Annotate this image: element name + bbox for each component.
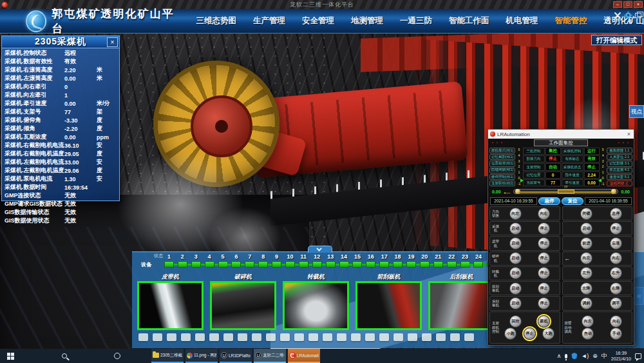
unit-status-block[interactable] (312, 261, 322, 268)
control-button[interactable]: 启动 (580, 222, 592, 235)
control-button[interactable]: 左升 (580, 267, 592, 279)
unit-status-block[interactable] (218, 261, 228, 268)
control-button[interactable]: 总停 (610, 208, 622, 220)
mode-button[interactable]: 记忆割煤 3.1 (607, 161, 632, 166)
control-button[interactable]: 手动 (610, 328, 622, 340)
control-button[interactable]: 停止 (538, 282, 550, 295)
unit-status-block[interactable] (406, 261, 416, 268)
mode-button[interactable]: 速度设定 5.1 (607, 174, 632, 180)
unit-status-block[interactable] (339, 261, 349, 268)
network-globe-icon[interactable]: ⊕ (592, 353, 598, 359)
ime-indicator[interactable]: 中 (601, 352, 607, 360)
unit-status-block[interactable] (191, 261, 201, 268)
control-button[interactable]: 左降 (580, 282, 592, 295)
restore-layout-icon[interactable] (635, 13, 641, 18)
unit-status-block[interactable] (447, 261, 457, 268)
speaker-icon[interactable]: ◄) (581, 353, 589, 359)
unit-status-block[interactable] (205, 261, 214, 268)
unit-status-block[interactable] (326, 261, 336, 268)
control-button[interactable]: 停止 (538, 267, 550, 279)
camera-thumbnail[interactable] (210, 281, 276, 330)
unit-status-block[interactable] (245, 261, 254, 268)
gear-icon[interactable] (624, 11, 632, 19)
control-button[interactable]: 停止 (610, 222, 622, 235)
control-button[interactable]: 启动 (509, 282, 522, 295)
panel-close-icon[interactable]: × (107, 37, 118, 47)
minimize-button[interactable]: – (613, 1, 622, 8)
control-button[interactable]: 停止 (524, 328, 536, 340)
camera-thumbnail[interactable] (428, 281, 495, 330)
menu-item[interactable]: 安全管理 (302, 15, 334, 26)
control-button[interactable]: 小跑 (504, 328, 516, 340)
control-button[interactable]: 调平 (610, 297, 622, 309)
control-button[interactable]: 调斜 (580, 297, 592, 309)
menu-item[interactable]: 三维态势图 (196, 15, 237, 26)
control-button[interactable]: 启动 (509, 267, 522, 279)
mode-button[interactable]: 俯仰控制(组1) (489, 174, 515, 180)
camera-thumbnail[interactable] (137, 281, 204, 330)
unit-status-block[interactable] (299, 261, 308, 268)
control-button[interactable]: 停止 (538, 222, 550, 235)
slider-carriage[interactable] (558, 190, 574, 193)
taskbar-app-button[interactable]: 2305三维截图 (151, 349, 184, 363)
control-button[interactable]: 停止 (538, 297, 550, 309)
control-button[interactable]: 向左 (580, 252, 592, 264)
mode-button[interactable]: 姿态监测 4.1 (607, 168, 632, 173)
workface-control-tab[interactable]: 工作面集控 (534, 139, 588, 146)
control-button[interactable]: 启动 (509, 237, 522, 250)
unit-status-block[interactable] (379, 261, 389, 268)
control-button[interactable]: 回控 (509, 315, 522, 328)
open-edit-mode-button[interactable]: 打开编辑模式 (591, 35, 642, 45)
unit-status-block[interactable] (460, 261, 470, 268)
taskbar-app-button[interactable]: U LR3DPlatform - U... (220, 349, 252, 363)
menu-item[interactable]: 生产管理 (253, 15, 285, 26)
position-slider[interactable]: 77 (513, 189, 619, 194)
cortana-button[interactable] (109, 349, 125, 363)
taskbar-app-button[interactable]: LRAutomation (288, 349, 320, 363)
unit-status-block[interactable] (366, 261, 375, 268)
emergency-stop-button[interactable]: 急停 (538, 197, 560, 205)
control-button[interactable]: 停止 (538, 252, 550, 264)
control-button[interactable]: 跟机 (538, 315, 550, 328)
notification-center-icon[interactable] (635, 353, 641, 359)
search-button[interactable] (57, 349, 72, 363)
strip-collapse-tab[interactable] (308, 246, 332, 253)
control-button[interactable]: 大跑 (542, 328, 554, 340)
slider-knob[interactable] (515, 189, 520, 194)
unit-status-block[interactable] (420, 261, 430, 268)
control-button[interactable]: 向右 (538, 208, 550, 220)
mode-button[interactable]: 支架联动(组2) (489, 181, 515, 186)
mode-button[interactable]: 防碰闭锁(组1) (489, 168, 515, 173)
menu-item[interactable]: 智能工作面 (449, 15, 489, 26)
menu-item[interactable]: 智能管控 (555, 15, 587, 26)
maximize-button[interactable]: □ (623, 1, 632, 8)
unit-status-block[interactable] (433, 261, 443, 268)
security-shield-icon[interactable] (571, 353, 577, 359)
control-button[interactable]: 向左 (582, 315, 594, 328)
control-button[interactable]: 后退 (610, 237, 622, 250)
start-button[interactable] (3, 349, 18, 363)
tools-icon[interactable] (614, 12, 621, 19)
control-button[interactable]: 启动 (509, 297, 522, 309)
unit-status-block[interactable] (164, 261, 174, 268)
control-button[interactable]: 停止 (538, 237, 550, 250)
close-button[interactable]: × (634, 1, 643, 8)
taskbar-app-button[interactable]: U 龙软二三维一体化... (254, 349, 286, 363)
reset-button[interactable]: 复位 (562, 197, 583, 205)
clock[interactable]: 16:39 2021/4/10 (611, 350, 631, 362)
control-button[interactable]: 向右 (610, 252, 622, 264)
mode-button[interactable]: 远程闭锁 止 (607, 181, 632, 186)
lrautomation-close-icon[interactable]: × (626, 131, 632, 137)
tray-expand-chevron[interactable]: ∧ (557, 353, 562, 359)
control-button[interactable]: 闭锁 (580, 208, 592, 220)
control-button[interactable]: 启动 (509, 222, 522, 235)
mode-button[interactable]: 跟机模式(组1) (489, 148, 515, 153)
unit-status-block[interactable] (231, 261, 241, 268)
unit-status-block[interactable] (393, 261, 402, 268)
control-button[interactable]: 前进 (580, 237, 592, 250)
control-button[interactable]: 右降 (610, 282, 622, 295)
control-button[interactable]: 右升 (610, 267, 622, 279)
control-button[interactable]: 向右 (610, 315, 622, 328)
unit-status-block[interactable] (258, 261, 268, 268)
mode-button[interactable]: 视角跟随 1.1 (607, 148, 632, 153)
